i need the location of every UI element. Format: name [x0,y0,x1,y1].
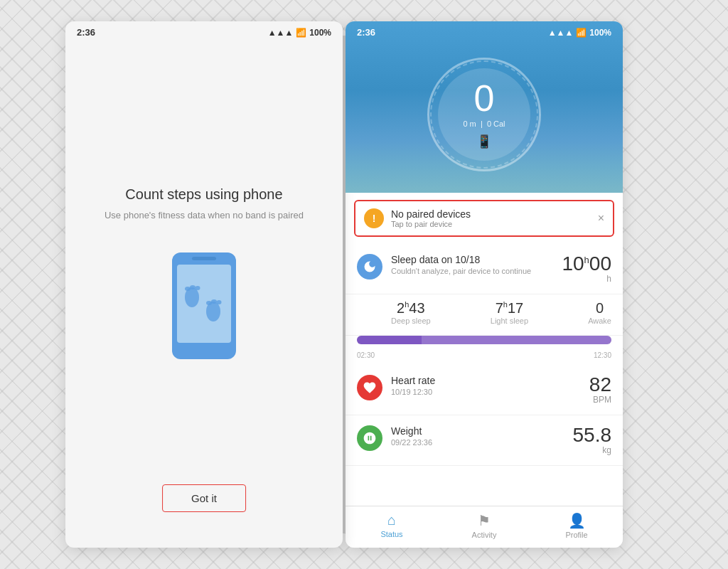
sleep-bar-end: 12:30 [594,351,611,359]
got-it-button[interactable]: Got it [162,484,246,512]
steps-circle-container: 0 0 m | 0 Cal 📱 [346,43,623,179]
heart-rate-icon [357,375,382,400]
page-title: Count steps using phone [125,186,282,203]
light-sleep-value: 7h17 [491,300,528,317]
heart-rate-title: Heart rate [391,375,581,386]
heart-rate-row[interactable]: Heart rate 10/19 12:30 82 BPM [346,365,623,415]
left-phone-screen: 2:36 ▲▲▲ 📶 100% Count steps using phone … [65,21,343,548]
light-sleep-segment [422,336,611,344]
deep-sleep-label: Deep sleep [391,317,431,325]
sleep-bar [357,336,611,344]
activity-nav-icon: ⚑ [478,512,491,529]
svg-point-10 [216,300,221,304]
heart-rate-subtitle: 10/19 12:30 [391,388,581,396]
sleep-unit: h [562,274,611,284]
banner-title: No paired devices [391,208,591,220]
svg-rect-1 [177,265,231,343]
banner-close-button[interactable]: × [598,212,604,225]
svg-rect-2 [192,257,216,260]
heart-rate-value: 82 BPM [589,375,611,405]
sleep-subtitle: Couldn't analyze, pair device to continu… [391,267,553,275]
svg-point-9 [211,299,217,304]
svg-point-8 [206,301,212,305]
profile-nav-label: Profile [565,531,587,539]
weight-subtitle: 09/22 23:36 [391,438,564,447]
status-nav-icon: ⌂ [387,512,396,528]
weight-number: 55.8 [573,425,612,445]
heart-rate-text: Heart rate 10/19 12:30 [391,375,581,396]
sleep-bar-labels: 02:30 12:30 [346,350,623,361]
right-status-bar: 2:36 ▲▲▲ 📶 100% [346,21,623,43]
awake-item: 0 Awake [588,300,611,325]
sleep-title: Sleep data on 10/18 [391,254,553,265]
warning-icon: ! [364,208,384,228]
steps-circle-inner: 0 0 m | 0 Cal 📱 [438,68,530,161]
deep-sleep-segment [357,336,422,344]
phone-illustration [161,249,247,363]
left-main-content: Count steps using phone Use phone's fitn… [90,21,318,548]
sleep-data-row[interactable]: Sleep data on 10/18 Couldn't analyze, pa… [346,244,623,294]
nav-activity[interactable]: ⚑ Activity [438,512,530,539]
heart-rate-unit: BPM [589,395,611,405]
light-sleep-item: 7h17 Light sleep [491,300,528,325]
weight-icon [357,425,382,451]
steps-count: 0 [474,80,495,117]
svg-point-4 [185,287,191,291]
sleep-value: 10h00 h [562,254,611,284]
blue-header-section: 2:36 ▲▲▲ 📶 100% 0 0 m | 0 Cal [346,21,623,193]
nav-status[interactable]: ⌂ Status [346,512,438,539]
steps-distance-calories: 0 m | 0 Cal [463,119,505,128]
right-time: 2:36 [357,27,375,38]
light-sleep-label: Light sleep [491,317,528,325]
sleep-text: Sleep data on 10/18 Couldn't analyze, pa… [391,254,553,275]
nav-profile[interactable]: 👤 Profile [530,512,623,539]
steps-progress-circle: 0 0 m | 0 Cal 📱 [427,58,541,171]
awake-value: 0 [588,300,611,317]
page-subtitle: Use phone's fitness data when no band is… [105,210,304,220]
svg-point-6 [195,286,200,290]
banner-text: No paired devices Tap to pair device [391,208,591,228]
bottom-navigation: ⌂ Status ⚑ Activity 👤 Profile [346,506,623,548]
deep-sleep-item: 2h43 Deep sleep [391,300,431,325]
svg-point-5 [190,285,196,289]
weight-text: Weight 09/22 23:36 [391,425,564,447]
phone-svg [161,249,247,363]
heart-rate-number: 82 [589,375,611,395]
sleep-sub-details: 2h43 Deep sleep 7h17 Light sleep 0 Awake [346,294,623,336]
weight-value: 55.8 kg [573,425,612,455]
status-nav-label: Status [380,530,402,538]
weight-row[interactable]: Weight 09/22 23:36 55.8 kg [346,415,623,466]
weight-title: Weight [391,425,564,437]
right-wifi-icon: 📶 [576,28,587,38]
weight-unit: kg [573,445,612,455]
right-status-icons: ▲▲▲ 📶 100% [548,28,611,38]
profile-nav-icon: 👤 [568,512,586,529]
activity-nav-label: Activity [472,531,497,539]
deep-sleep-value: 2h43 [391,300,431,317]
banner-subtitle: Tap to pair device [391,220,591,228]
awake-label: Awake [588,317,611,325]
sleep-bar-start: 02:30 [357,351,375,359]
white-content-area: ! No paired devices Tap to pair device ×… [346,193,623,506]
phone-icon: 📱 [476,134,492,149]
right-phone-screen: 2:36 ▲▲▲ 📶 100% 0 0 m | 0 Cal [346,21,623,548]
sleep-total: 10h00 [562,254,611,274]
no-paired-devices-banner[interactable]: ! No paired devices Tap to pair device × [354,200,614,237]
right-battery-text: 100% [589,28,611,38]
right-signal-icon: ▲▲▲ [548,28,574,38]
sleep-icon [357,254,382,280]
